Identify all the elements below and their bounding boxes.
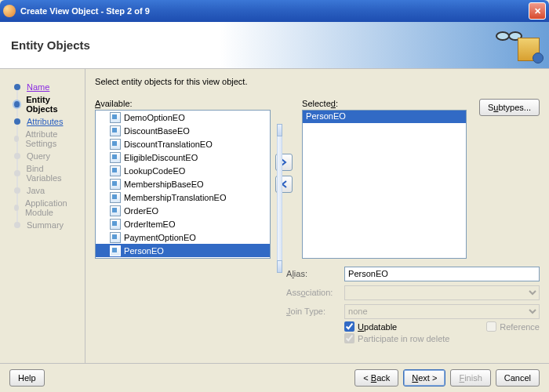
wizard-step[interactable]: Name [6,78,78,96]
tree-item[interactable]: EligibleDiscountEO [96,151,270,164]
tree-item-label: EligibleDiscountEO [124,153,198,162]
step-label: Attribute Settings [25,129,78,148]
association-select [344,285,540,300]
finish-button: Finish [450,369,490,387]
join-type-label: Join Type: [286,307,344,316]
tree-item-label: DemoOptionEO [124,113,185,122]
tree-item-label: DiscountBaseEO [124,126,190,136]
cancel-button[interactable]: Cancel [496,369,540,387]
tree-item-label: MembershipBaseEO [124,180,204,189]
updatable-checkbox[interactable] [344,321,354,332]
step-label: Application Module [25,198,78,217]
tree-item[interactable]: MembershipTranslationEO [96,191,270,204]
updatable-label: Updatable [358,322,397,332]
entity-icon [110,179,121,190]
tree-item[interactable]: OrderEO [96,204,270,217]
tree-item-label: MembershipTranslationEO [124,193,226,202]
tree-item[interactable]: MembershipBaseEO [96,177,270,191]
entity-icon [110,139,121,150]
step-label: Bind Variables [27,164,78,183]
step-label: Summary [27,220,64,230]
tree-item[interactable]: PersonEO [96,244,270,257]
selected-label: Selected: [302,99,467,108]
entity-icon [110,232,121,243]
tree-item-label: LookupCodeEO [124,166,185,176]
tree-item[interactable]: OrderItemEO [96,217,270,230]
available-scrollbar[interactable] [277,124,282,273]
reference-checkbox [486,321,496,332]
tree-item-label: PaymentOptionEO [124,233,196,242]
participate-label: Participate in row delete [358,334,449,343]
wizard-steps: NameEntity ObjectsAttributesAttribute Se… [0,69,85,363]
tree-item-label: OrderEO [124,206,158,216]
instruction-text: Select entity objects for this view obje… [95,77,540,86]
help-button[interactable]: Help [9,369,45,387]
tree-item-label: OrderItemEO [124,220,175,229]
step-link[interactable]: Attributes [27,117,63,126]
alias-input[interactable] [344,267,540,281]
available-list[interactable]: DemoOptionEODiscountBaseEODiscountTransl… [95,110,271,259]
entity-icon [110,219,121,230]
selected-list[interactable]: PersonEO [302,110,467,259]
tree-item[interactable]: PaymentOptionEO [96,230,270,244]
entity-icon [110,165,121,176]
entity-icon [110,205,121,216]
association-label: Association: [286,288,344,297]
next-button[interactable]: Next > [403,369,445,387]
reference-label: Reference [500,322,540,332]
entity-icon [110,125,121,136]
entity-icon [110,152,121,163]
tree-item-label: PersonEO [124,246,164,256]
join-type-select: none [344,304,540,319]
tree-item-label: DiscountTranslationEO [124,140,213,149]
tree-item[interactable]: DiscountBaseEO [96,124,270,137]
alias-label: Alias: [286,269,344,278]
back-button[interactable]: < Back [354,369,398,387]
title-bar: Create View Object - Step 2 of 9 ✕ [0,0,549,22]
window-title: Create View Object - Step 2 of 9 [20,6,529,16]
wizard-header: Entity Objects [0,22,549,69]
step-link[interactable]: Name [27,82,49,92]
step-label: Entity Objects [26,95,78,114]
entity-icon [110,245,121,256]
app-icon [3,5,16,17]
participate-checkbox [344,333,354,343]
tree-item[interactable]: DemoOptionEO [96,111,270,124]
close-button[interactable]: ✕ [529,2,546,20]
step-label: Query [27,151,50,161]
wizard-footer: Help < Back Next > Finish Cancel [0,363,549,391]
entity-icon [110,112,121,123]
step-label: Java [27,186,45,195]
header-illustration [494,28,541,63]
available-label: Available: [95,99,271,108]
selected-item[interactable]: PersonEO [303,111,466,123]
entity-icon [110,192,121,203]
main-panel: Select entity objects for this view obje… [85,69,549,363]
page-title: Entity Objects [11,38,90,52]
tree-item[interactable]: LookupCodeEO [96,164,270,177]
tree-item[interactable]: DiscountTranslationEO [96,137,270,151]
